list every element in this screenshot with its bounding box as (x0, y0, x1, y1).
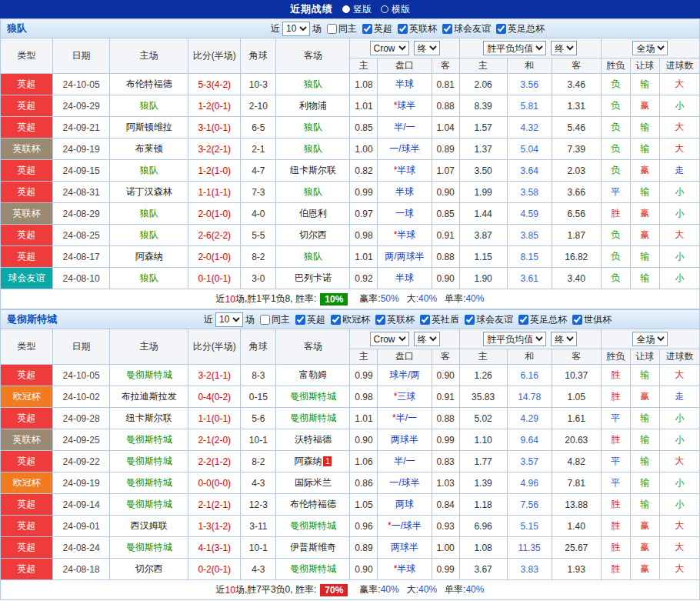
match-row: 英超24-10-05布伦特福德5-3(4-2)10-3狼队1.08半球0.812… (1, 74, 700, 95)
final-odds-select[interactable]: 终 (414, 332, 440, 346)
layout-horizontal-radio[interactable]: 横版 (381, 3, 410, 16)
odds-home: 0.90 (350, 429, 378, 451)
result-winloss: 胜 (601, 429, 630, 451)
same-home-checkbox[interactable] (260, 315, 270, 325)
odds-win: 5.02 (459, 408, 507, 429)
result-winloss: 负 (601, 139, 630, 160)
league-label: 欧冠杯 (342, 313, 370, 326)
league-checkbox[interactable] (572, 315, 582, 325)
league-filter[interactable]: 欧冠杯 (331, 313, 370, 326)
odds-draw: 5.15 (507, 516, 552, 537)
col-subheader-ea: 客 (552, 58, 601, 74)
league-checkbox[interactable] (375, 315, 385, 325)
stat-label: 赢率: (359, 293, 380, 304)
match-row: 英超24-08-25狼队2-6(2-2)5-5切尔西0.98*半球0.913.8… (1, 225, 700, 246)
final-avg-select[interactable]: 终 (551, 332, 577, 346)
col-header-home: 主场 (110, 329, 188, 365)
result-winloss: 负 (601, 246, 630, 268)
bookmaker-select[interactable]: Crow (370, 41, 409, 55)
league-checkbox[interactable] (442, 24, 452, 34)
result-handicap: 输 (630, 365, 659, 386)
league-filter[interactable]: 世俱杯 (572, 313, 612, 326)
match-count-select[interactable]: 10 (215, 312, 243, 327)
league-checkbox[interactable] (518, 315, 528, 325)
match-date: 24-09-15 (53, 160, 110, 182)
odds-win: 1.44 (459, 203, 507, 225)
result-winloss: 负 (601, 225, 630, 246)
odds-home: 1.01 (350, 246, 378, 268)
result-handicap: 输 (630, 117, 659, 139)
league-filter[interactable]: 英联杯 (375, 313, 415, 326)
handicap-line: 两球半 (378, 429, 432, 451)
same-home-checkbox[interactable] (327, 24, 337, 34)
stat-label: 大: (407, 293, 418, 304)
result-goals: 小 (659, 268, 699, 289)
same-home-label: 同主 (272, 313, 290, 326)
odds-draw: 3.58 (507, 182, 552, 203)
same-home-filter[interactable]: 同主 (327, 22, 357, 35)
away-team: 狼队 (276, 74, 350, 95)
league-checkbox[interactable] (465, 315, 475, 325)
avg-odds-header-cell: 胜平负均值终 (459, 329, 601, 349)
summary-near: 近 (216, 583, 225, 596)
league-filter[interactable]: 英超 (362, 22, 392, 35)
corner-count: 0-15 (241, 386, 276, 408)
match-count-select[interactable]: 10 (282, 22, 310, 36)
scope-header-cell: 全场 (601, 329, 699, 349)
avg-odds-select[interactable]: 胜平负均值 (483, 332, 546, 346)
result-winloss: 胜 (601, 494, 630, 516)
league-label: 英足总杯 (508, 22, 545, 35)
col-subheader-ed: 和 (507, 58, 552, 74)
same-home-filter[interactable]: 同主 (260, 313, 290, 326)
league-checkbox[interactable] (362, 24, 372, 34)
odds-win: 1.15 (459, 246, 507, 268)
match-date: 24-08-25 (53, 225, 110, 246)
scope-select[interactable]: 全场 (632, 41, 668, 55)
league-filter[interactable]: 球会友谊 (465, 313, 513, 326)
league-type-badge: 英联杯 (1, 203, 53, 225)
league-filter[interactable]: 英社盾 (420, 313, 459, 326)
vertical-label: 竖版 (353, 3, 372, 16)
league-label: 英联杯 (387, 313, 415, 326)
layout-vertical-radio[interactable]: 竖版 (342, 3, 372, 16)
scope-select[interactable]: 全场 (632, 332, 668, 346)
summary-stat: 大:40% (407, 292, 437, 306)
league-checkbox[interactable] (398, 24, 408, 34)
avg-odds-select[interactable]: 胜平负均值 (483, 41, 546, 55)
league-checkbox[interactable] (420, 315, 430, 325)
league-filter[interactable]: 英足总杯 (518, 313, 567, 326)
handicap-line: 半/一 (378, 451, 432, 472)
corner-count: 4-0 (241, 203, 276, 225)
odds-home: 1.01 (350, 95, 378, 117)
home-team: 曼彻斯特城 (110, 494, 188, 516)
final-odds-select[interactable]: 终 (414, 41, 440, 55)
handicap-line: *半球 (378, 559, 432, 580)
league-filter[interactable]: 英联杯 (398, 22, 437, 35)
match-date: 24-08-18 (53, 559, 110, 580)
match-score: 2-6(2-2) (188, 225, 241, 246)
result-handicap: 赢 (630, 160, 659, 182)
odds-lose: 7.81 (552, 472, 601, 494)
league-type-badge: 英超 (1, 559, 53, 580)
league-filter[interactable]: 球会友谊 (442, 22, 491, 35)
odds-lose: 3.40 (552, 268, 601, 289)
league-type-badge: 英超 (1, 516, 53, 537)
bookmaker-select[interactable]: Crow (370, 332, 409, 346)
odds-home: 0.85 (350, 117, 378, 139)
match-row: 英超24-08-18切尔西0-2(0-1)4-3曼彻斯特城0.90*半球0.99… (1, 559, 700, 580)
league-filter[interactable]: 英超 (295, 313, 325, 326)
league-checkbox[interactable] (295, 315, 305, 325)
corner-count: 5-6 (241, 408, 276, 429)
match-score: 0-4(0-2) (188, 386, 241, 408)
league-checkbox[interactable] (496, 24, 506, 34)
league-filter[interactable]: 英足总杯 (496, 22, 545, 35)
home-team: 纽卡斯尔联 (110, 408, 188, 429)
handicap-line: *半球 (378, 225, 432, 246)
league-checkbox[interactable] (331, 315, 341, 325)
away-team: 狼队 (276, 117, 350, 139)
result-winloss: 负 (601, 268, 630, 289)
col-subheader-h: 主 (350, 349, 378, 365)
col-header-home: 主场 (110, 38, 188, 74)
matches-table: 类型日期主场比分(半场)角球客场Crow终胜平负均值终全场主盘口客主和客胜负让球… (0, 329, 700, 580)
final-avg-select[interactable]: 终 (551, 41, 577, 55)
